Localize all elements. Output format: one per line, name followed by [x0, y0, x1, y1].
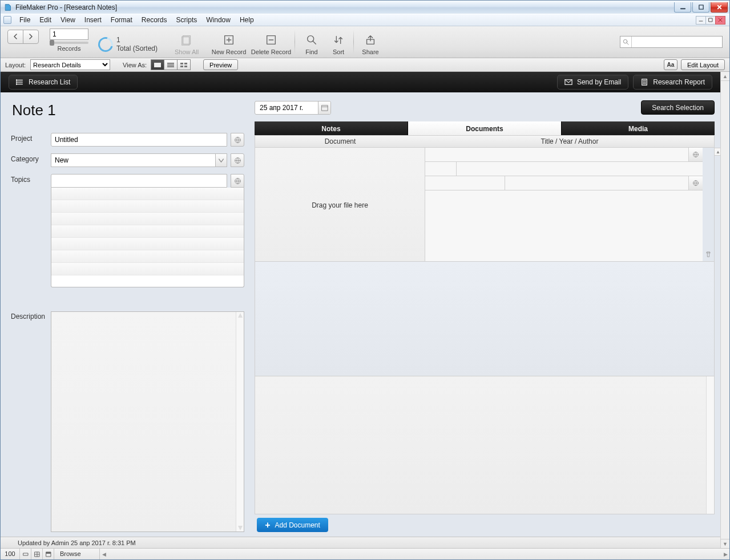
find-button[interactable]: Find: [297, 26, 326, 58]
scroll-up[interactable]: ▲: [714, 148, 720, 156]
layout-select[interactable]: Research Details: [30, 59, 110, 70]
category-dropdown-button[interactable]: [216, 153, 227, 167]
plus-icon: +: [265, 521, 270, 530]
topics-list[interactable]: [51, 188, 244, 287]
delete-record-button[interactable]: Delete Record: [250, 26, 292, 58]
calendar-icon[interactable]: [318, 102, 330, 114]
list-item[interactable]: [51, 250, 244, 263]
record-number-input[interactable]: [50, 29, 88, 40]
svg-rect-23: [167, 66, 174, 67]
share-button[interactable]: Share: [356, 26, 385, 58]
research-report-button[interactable]: Research Report: [633, 75, 712, 90]
list-item[interactable]: [51, 200, 244, 213]
records-label: Records: [58, 45, 81, 52]
menu-window[interactable]: Window: [201, 14, 235, 26]
menu-edit[interactable]: Edit: [35, 14, 56, 26]
scroll-up-icon[interactable]: ▲: [721, 72, 729, 81]
scroll-down-icon[interactable]: ▼: [721, 539, 729, 548]
zoom-in-button[interactable]: [31, 549, 43, 559]
zoom-out-button[interactable]: [20, 549, 31, 559]
globe-icon[interactable]: [689, 176, 703, 190]
view-table-button[interactable]: [177, 59, 191, 70]
list-item[interactable]: [51, 188, 244, 200]
menu-records[interactable]: Records: [137, 14, 172, 26]
globe-icon[interactable]: [689, 148, 703, 161]
zoom-level[interactable]: 100: [1, 549, 20, 559]
project-input[interactable]: [51, 133, 227, 147]
category-input[interactable]: [51, 153, 216, 167]
doc-header-left: Document: [255, 136, 425, 147]
view-form-button[interactable]: [151, 59, 164, 70]
quicksearch-input[interactable]: [632, 38, 722, 46]
menu-file[interactable]: File: [15, 14, 35, 26]
close-button[interactable]: [711, 2, 728, 13]
layout-label: Layout:: [5, 62, 26, 68]
mdi-close[interactable]: [715, 16, 725, 25]
topics-globe-button[interactable]: [231, 174, 244, 188]
nav-prev-button[interactable]: [7, 30, 23, 44]
menu-insert[interactable]: Insert: [80, 14, 106, 26]
show-all-button: Show All: [166, 26, 208, 58]
tabs: Notes Documents Media: [255, 121, 715, 136]
svg-rect-5: [709, 18, 712, 22]
date-input[interactable]: [255, 104, 318, 112]
file-dropzone[interactable]: Drag your file here: [255, 148, 425, 261]
titlebar: FileMaker Pro - [Research Notes]: [1, 1, 729, 14]
scrollbar[interactable]: [236, 312, 244, 531]
tab-notes[interactable]: Notes: [255, 121, 408, 136]
nav-next-button[interactable]: [23, 30, 39, 44]
list-item[interactable]: [51, 238, 244, 250]
menu-scripts[interactable]: Scripts: [172, 14, 202, 26]
main-scrollbar[interactable]: ▲ ▼: [720, 72, 729, 548]
date-field[interactable]: [255, 101, 331, 115]
updated-text: Updated by Admin 25 апр 2017 г. 8:31 PM: [18, 539, 136, 546]
formatting-button[interactable]: Aa: [664, 59, 677, 70]
list-item[interactable]: [51, 213, 244, 225]
mdi-minimize[interactable]: [696, 16, 706, 25]
minimize-button[interactable]: [674, 2, 691, 13]
send-email-button[interactable]: Send by Email: [557, 75, 628, 90]
menu-help[interactable]: Help: [235, 14, 259, 26]
list-item[interactable]: [51, 225, 244, 238]
doc-icon: [3, 16, 11, 24]
pie-icon: [95, 34, 116, 55]
tab-documents[interactable]: Documents: [408, 121, 562, 136]
search-selection-button[interactable]: Search Selection: [641, 100, 715, 115]
edit-layout-button[interactable]: Edit Layout: [681, 59, 725, 70]
view-list-button[interactable]: [164, 59, 178, 70]
quicksearch[interactable]: [620, 36, 723, 48]
mdi-restore[interactable]: [705, 16, 716, 25]
menubar: File Edit View Insert Format Records Scr…: [1, 14, 729, 26]
tab-media[interactable]: Media: [562, 121, 715, 136]
topics-input[interactable]: [51, 174, 227, 188]
svg-rect-20: [154, 63, 161, 67]
svg-point-18: [623, 39, 627, 43]
menu-format[interactable]: Format: [106, 14, 137, 26]
meta-grid: [425, 148, 703, 261]
menu-view[interactable]: View: [56, 14, 80, 26]
svg-rect-42: [321, 105, 327, 110]
layoutbar: Layout: Research Details View As: Previe…: [1, 58, 729, 72]
description-textarea[interactable]: [51, 311, 244, 532]
category-globe-button[interactable]: [231, 153, 244, 167]
sort-button[interactable]: Sort: [326, 26, 351, 58]
mid-strip: [255, 262, 715, 376]
viewas-label: View As:: [123, 62, 147, 68]
new-record-button[interactable]: New Record: [208, 26, 250, 58]
mode-label[interactable]: Browse: [54, 549, 100, 559]
svg-point-32: [16, 82, 17, 83]
svg-rect-25: [184, 63, 187, 64]
document-viewer[interactable]: [255, 376, 715, 514]
trash-icon[interactable]: [703, 148, 714, 261]
svg-line-16: [313, 41, 316, 44]
record-slider[interactable]: [50, 42, 88, 44]
scrollbar[interactable]: [706, 376, 714, 514]
svg-rect-1: [699, 5, 703, 9]
project-globe-button[interactable]: [231, 133, 244, 147]
maximize-button[interactable]: [692, 2, 709, 13]
statusbar-toggle[interactable]: [43, 549, 54, 559]
add-document-button[interactable]: +Add Document: [257, 518, 328, 532]
preview-button[interactable]: Preview: [203, 59, 238, 70]
list-item[interactable]: [51, 263, 244, 275]
research-list-button[interactable]: Research List: [9, 75, 78, 90]
